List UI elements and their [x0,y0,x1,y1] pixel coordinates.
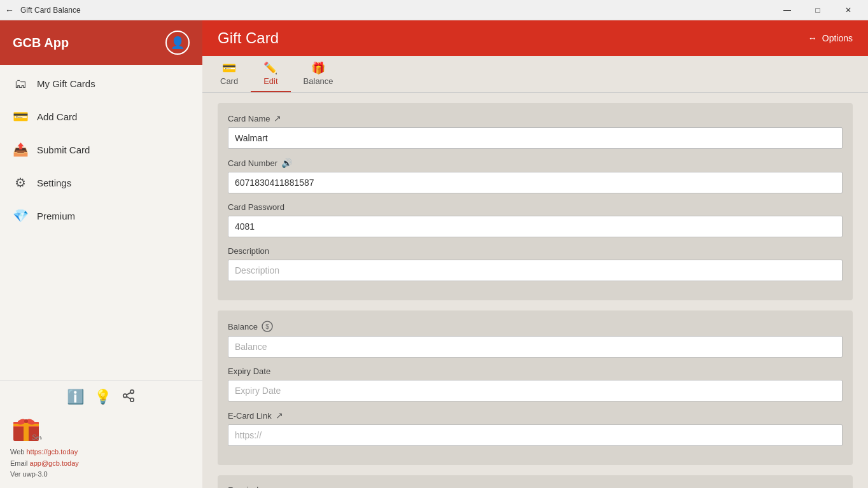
window-controls: — □ ✕ [773,0,863,20]
expiry-date-group: Expiry Date [228,366,843,401]
ecard-link-input[interactable] [228,424,843,446]
ecard-link-group: E-Card Link ↗ [228,410,843,446]
info-icon[interactable]: ℹ️ [67,389,84,407]
lightbulb-icon[interactable]: 💡 [94,389,111,407]
edit-tab-label: Edit [263,76,277,86]
ver-value: uwp-3.0 [23,470,48,478]
minimize-button[interactable]: — [773,0,802,20]
options-icon: ↔ [808,33,817,43]
settings-icon: ⚙ [13,175,28,190]
svg-rect-8 [13,424,39,426]
back-button[interactable]: ← [5,5,14,15]
ver-label: Ver [10,470,21,478]
svg-line-4 [127,393,130,395]
titlebar-title: Gift Card Balance [20,6,773,15]
main-header: Gift Card ↔ Options [202,20,868,56]
premium-icon: 💎 [13,208,28,223]
sidebar-header: GCB App 👤 [0,20,202,65]
web-label: Web [10,448,24,456]
sidebar-nav: 🗂 My Gift Cards 💳 Add Card 📤 Submit Card… [0,65,202,380]
svg-point-2 [130,398,134,402]
sidebar-item-label: Settings [37,178,71,188]
maximize-button[interactable]: □ [803,0,832,20]
sidebar-footer: ℹ️ 💡 [0,380,202,488]
sidebar: GCB App 👤 🗂 My Gift Cards 💳 Add Card 📤 S… [0,20,202,488]
card-info-section: Card Name ↗ Card Number 🔊 Card Password [218,103,853,300]
card-password-group: Card Password [228,202,843,237]
form-area: Card Name ↗ Card Number 🔊 Card Password [202,93,868,488]
balance-tab-icon: 🎁 [311,61,325,75]
card-name-label: Card Name ↗ [228,113,843,123]
svg-point-1 [123,394,127,398]
balance-input[interactable] [228,336,843,358]
app-title: GCB App [13,36,157,50]
footer-icons: ℹ️ 💡 [10,389,192,407]
share-icon[interactable] [122,389,136,407]
expiry-date-input[interactable] [228,380,843,401]
gift-box-icon: Sev [10,413,42,442]
gift-image-area: Sev [10,413,192,442]
my-gift-cards-icon: 🗂 [13,76,28,91]
balance-dollar-icon[interactable]: $ [262,321,273,332]
avatar[interactable]: 👤 [165,31,190,55]
card-password-input[interactable] [228,216,843,237]
description-label: Description [228,246,843,256]
card-number-label: Card Number 🔊 [228,158,843,168]
page-title: Gift Card [218,29,279,47]
app-body: GCB App 👤 🗂 My Gift Cards 💳 Add Card 📤 S… [0,20,868,488]
submit-card-icon: 📤 [13,142,28,157]
balance-tab-label: Balance [304,76,333,86]
options-label: Options [822,33,853,43]
svg-line-3 [127,397,130,400]
balance-label: Balance $ [228,321,843,332]
card-tab-icon: 💳 [222,61,236,75]
sidebar-item-label: My Gift Cards [37,78,95,89]
expiry-date-label: Expiry Date [228,366,843,376]
avatar-icon: 👤 [171,36,185,50]
svg-text:Sev: Sev [32,434,42,441]
svg-point-11 [24,419,28,423]
card-name-group: Card Name ↗ [228,113,843,149]
sidebar-item-settings[interactable]: ⚙ Settings [0,166,202,199]
sidebar-item-my-gift-cards[interactable]: 🗂 My Gift Cards [0,67,202,100]
sidebar-info: Web https://gcb.today Email app@gcb.toda… [10,447,192,480]
reminder-section: Reminder [218,475,853,488]
email-label: Email [10,459,28,467]
sidebar-item-label: Submit Card [37,144,90,155]
card-name-external-icon[interactable]: ↗ [274,113,281,123]
balance-group: Balance $ [228,321,843,358]
balance-info-section: Balance $ Expiry Date [218,310,853,465]
options-button[interactable]: ↔ Options [808,33,853,43]
add-card-icon: 💳 [13,109,28,124]
card-name-input[interactable] [228,127,843,149]
card-number-audio-icon[interactable]: 🔊 [281,158,292,168]
card-number-input[interactable] [228,172,843,193]
main-content: Gift Card ↔ Options 💳 Card ✏️ Edit 🎁 Bal… [202,20,868,488]
edit-tab-icon: ✏️ [263,61,277,75]
svg-text:$: $ [265,323,269,330]
svg-point-0 [130,390,134,394]
card-password-label: Card Password [228,202,843,212]
tab-balance[interactable]: 🎁 Balance [291,56,346,92]
description-input[interactable] [228,260,843,281]
card-number-group: Card Number 🔊 [228,158,843,193]
sidebar-item-label: Add Card [37,111,77,122]
sidebar-item-submit-card[interactable]: 📤 Submit Card [0,133,202,166]
tab-edit[interactable]: ✏️ Edit [251,56,290,92]
description-group: Description [228,246,843,281]
card-tab-label: Card [220,76,238,86]
sidebar-item-label: Premium [37,211,75,221]
close-button[interactable]: ✕ [834,0,863,20]
web-link[interactable]: https://gcb.today [26,448,78,456]
sidebar-item-premium[interactable]: 💎 Premium [0,199,202,232]
reminder-title: Reminder [228,485,843,488]
titlebar: ← Gift Card Balance — □ ✕ [0,0,868,20]
ecard-link-external-icon[interactable]: ↗ [276,410,283,421]
email-link[interactable]: app@gcb.today [30,459,79,467]
sidebar-item-add-card[interactable]: 💳 Add Card [0,100,202,133]
ecard-link-label: E-Card Link ↗ [228,410,843,421]
tab-card[interactable]: 💳 Card [207,56,251,92]
tabs: 💳 Card ✏️ Edit 🎁 Balance [202,56,868,93]
